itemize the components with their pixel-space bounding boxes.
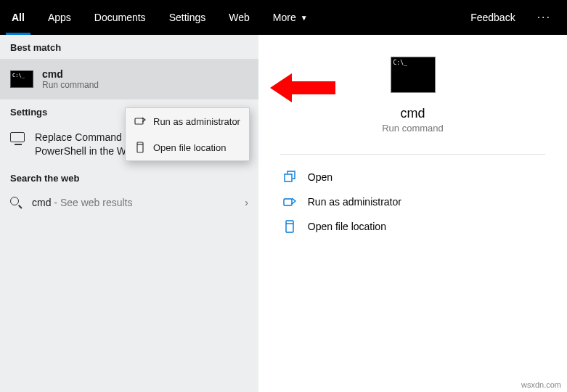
svg-rect-1 [137, 142, 143, 152]
svg-marker-5 [270, 73, 335, 102]
divider [280, 154, 546, 155]
tab-apps[interactable]: Apps [36, 0, 83, 35]
red-arrow-annotation [270, 70, 335, 106]
watermark: wsxdn.com [521, 380, 561, 389]
preview-title: cmd [400, 106, 425, 121]
header-right: Feedback ··· [459, 11, 567, 24]
folder-icon [283, 220, 296, 233]
folder-icon [134, 142, 146, 153]
web-result[interactable]: cmd - See web results › [0, 189, 258, 216]
action-open[interactable]: Open [280, 165, 546, 189]
open-icon [283, 171, 296, 184]
monitor-icon [10, 132, 25, 142]
shield-icon [283, 195, 296, 208]
results-panel: Best match C:\_ cmd Run command Settings… [0, 35, 258, 392]
chevron-down-icon: ▼ [301, 14, 308, 22]
svg-rect-4 [286, 221, 293, 232]
web-result-text: cmd - See web results [32, 197, 245, 208]
tab-more[interactable]: More ▼ [261, 0, 319, 35]
svg-rect-3 [284, 199, 292, 205]
svg-rect-0 [135, 118, 143, 124]
chevron-right-icon: › [245, 197, 248, 208]
context-menu: Run as administrator Open file location [125, 107, 250, 161]
preview-actions: Open Run as administrator Open file loca… [280, 165, 546, 239]
shield-icon [134, 115, 146, 127]
search-icon [10, 197, 22, 208]
best-match-subtitle: Run command [42, 80, 99, 90]
context-run-as-admin[interactable]: Run as administrator [126, 108, 249, 134]
action-run-as-admin[interactable]: Run as administrator [280, 189, 546, 214]
svg-rect-2 [285, 174, 292, 181]
context-open-file-location[interactable]: Open file location [126, 134, 249, 160]
cmd-preview-icon: C:\_ [391, 57, 436, 93]
preview-subtitle: Run command [382, 123, 444, 134]
tab-documents[interactable]: Documents [83, 0, 158, 35]
header-bar: All Apps Documents Settings Web More ▼ F… [0, 0, 567, 35]
best-match-title: cmd [42, 68, 99, 80]
tab-web[interactable]: Web [217, 0, 261, 35]
cmd-icon: C:\_ [10, 70, 33, 88]
more-options-button[interactable]: ··· [527, 11, 561, 24]
best-match-header: Best match [0, 35, 258, 59]
feedback-button[interactable]: Feedback [459, 12, 526, 23]
tab-all[interactable]: All [0, 0, 36, 35]
action-open-file-location[interactable]: Open file location [280, 214, 546, 239]
header-tabs: All Apps Documents Settings Web More ▼ [0, 0, 459, 35]
tab-settings[interactable]: Settings [158, 0, 218, 35]
web-header: Search the web [0, 166, 258, 189]
best-match-result[interactable]: C:\_ cmd Run command [0, 59, 258, 99]
